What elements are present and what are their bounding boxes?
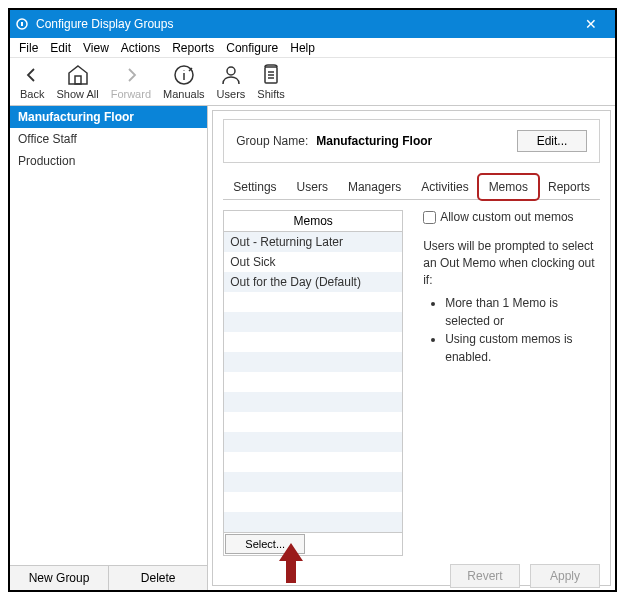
menu-view[interactable]: View [78, 39, 114, 57]
edit-button[interactable]: Edit... [517, 130, 587, 152]
tab-reports[interactable]: Reports [538, 175, 600, 199]
memo-row[interactable]: Out Sick [224, 252, 402, 272]
close-button[interactable]: ✕ [571, 16, 611, 32]
back-button[interactable]: Back [14, 61, 50, 102]
svg-marker-2 [69, 66, 87, 84]
menu-reports[interactable]: Reports [167, 39, 219, 57]
allow-custom-row: Allow custom out memos [423, 210, 600, 224]
tab-users[interactable]: Users [287, 175, 338, 199]
group-name-label: Group Name: [236, 134, 308, 148]
svg-rect-3 [75, 76, 81, 84]
document-icon [259, 63, 283, 87]
shifts-button[interactable]: Shifts [251, 61, 291, 102]
sidebar-item-office[interactable]: Office Staff [10, 128, 207, 150]
footer-buttons: Revert Apply [223, 556, 600, 588]
group-name-row: Group Name: Manufacturing Floor Edit... [223, 119, 600, 163]
forward-button: Forward [105, 61, 157, 102]
revert-button: Revert [450, 564, 520, 588]
manuals-button[interactable]: Manuals [157, 61, 211, 102]
prompt-bullets: More than 1 Memo is selected or Using cu… [423, 294, 600, 366]
memo-row-empty [224, 452, 402, 472]
sidebar: Manufacturing Floor Office Staff Product… [10, 106, 208, 590]
memos-panel: Memos Out - Returning Later Out Sick Out… [223, 210, 403, 556]
memo-row-empty [224, 412, 402, 432]
sidebar-actions: New Group Delete [10, 565, 207, 590]
menu-file[interactable]: File [14, 39, 43, 57]
bullet-item: More than 1 Memo is selected or [445, 294, 600, 330]
app-window: Configure Display Groups ✕ File Edit Vie… [8, 8, 617, 592]
memo-row-empty [224, 432, 402, 452]
memo-row[interactable]: Out - Returning Later [224, 232, 402, 252]
memo-row-empty [224, 492, 402, 512]
menu-edit[interactable]: Edit [45, 39, 76, 57]
allow-custom-label: Allow custom out memos [440, 210, 573, 224]
new-group-button[interactable]: New Group [10, 566, 109, 590]
memo-row-empty [224, 512, 402, 532]
content-panel: Group Name: Manufacturing Floor Edit... … [212, 110, 611, 586]
allow-custom-checkbox[interactable] [423, 211, 436, 224]
memo-row-empty [224, 372, 402, 392]
memo-row-empty [224, 292, 402, 312]
app-icon [14, 16, 30, 32]
memos-info: Allow custom out memos Users will be pro… [423, 210, 600, 556]
group-name-value: Manufacturing Floor [316, 134, 517, 148]
chevron-right-icon [119, 63, 143, 87]
tab-bar: Settings Users Managers Activities Memos… [223, 175, 600, 200]
group-list[interactable]: Manufacturing Floor Office Staff Product… [10, 106, 207, 565]
select-button[interactable]: Select... [225, 534, 305, 554]
memo-row-empty [224, 312, 402, 332]
memo-row-empty [224, 472, 402, 492]
sidebar-item-production[interactable]: Production [10, 150, 207, 172]
apply-button: Apply [530, 564, 600, 588]
tab-body: Memos Out - Returning Later Out Sick Out… [223, 200, 600, 556]
tab-activities[interactable]: Activities [411, 175, 478, 199]
svg-rect-1 [21, 22, 23, 26]
menu-configure[interactable]: Configure [221, 39, 283, 57]
bullet-item: Using custom memos is enabled. [445, 330, 600, 366]
tab-managers[interactable]: Managers [338, 175, 411, 199]
memos-header: Memos [224, 211, 402, 232]
svg-point-7 [227, 67, 235, 75]
work-area: Manufacturing Floor Office Staff Product… [10, 106, 615, 590]
menu-bar: File Edit View Actions Reports Configure… [10, 38, 615, 58]
users-button[interactable]: Users [211, 61, 252, 102]
memos-list[interactable]: Out - Returning Later Out Sick Out for t… [224, 232, 402, 532]
window-title: Configure Display Groups [36, 17, 571, 31]
chevron-left-icon [20, 63, 44, 87]
sidebar-item-manufacturing[interactable]: Manufacturing Floor [10, 106, 207, 128]
memo-row-empty [224, 352, 402, 372]
toolbar: Back Show All Forward Manuals Users Shif… [10, 58, 615, 106]
home-icon [66, 63, 90, 87]
select-row: Select... [224, 532, 402, 555]
prompt-text: Users will be prompted to select an Out … [423, 238, 600, 288]
memo-row-empty [224, 332, 402, 352]
memo-row[interactable]: Out for the Day (Default) [224, 272, 402, 292]
tab-settings[interactable]: Settings [223, 175, 286, 199]
menu-help[interactable]: Help [285, 39, 320, 57]
delete-group-button[interactable]: Delete [109, 566, 207, 590]
user-icon [219, 63, 243, 87]
memo-row-empty [224, 392, 402, 412]
menu-actions[interactable]: Actions [116, 39, 165, 57]
title-bar: Configure Display Groups ✕ [10, 10, 615, 38]
tab-memos[interactable]: Memos [479, 175, 538, 199]
showall-button[interactable]: Show All [50, 61, 104, 102]
info-icon [172, 63, 196, 87]
